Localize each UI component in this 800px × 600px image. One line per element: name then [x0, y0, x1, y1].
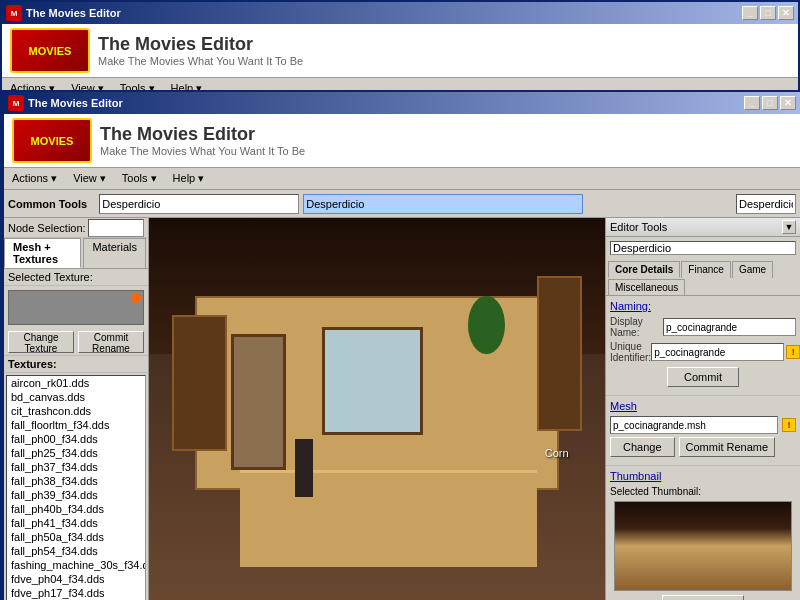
naming-section: Naming: Display Name: Unique Identifier:…	[606, 296, 800, 396]
main-area: Node Selection: Mesh + Textures Material…	[4, 218, 800, 600]
desperdicio-select-wrapper: Desperdicio	[736, 194, 796, 214]
list-item[interactable]: fall_ph38_f34.dds	[7, 474, 145, 488]
list-item[interactable]: fdve_ph04_f34.dds	[7, 572, 145, 586]
mesh-input-row: !	[610, 416, 796, 434]
list-item[interactable]: fall_ph00_f34.dds	[7, 432, 145, 446]
display-name-label: Display Name:	[610, 316, 663, 338]
node-selection-row: Node Selection:	[4, 218, 148, 238]
inner-app-icon: M	[8, 95, 24, 111]
editor-tools-title: Editor Tools	[610, 221, 667, 233]
mesh-section-label: Mesh	[610, 400, 796, 412]
tab-mesh-textures[interactable]: Mesh + Textures	[4, 238, 81, 268]
outer-app-subtitle: Make The Movies What You Want It To Be	[98, 55, 303, 67]
tab-materials[interactable]: Materials	[83, 238, 146, 268]
minimize-button[interactable]: _	[742, 6, 758, 20]
tabs-row: Mesh + Textures Materials	[4, 238, 148, 269]
inner-menu-actions[interactable]: Actions ▾	[4, 170, 65, 187]
unique-identifier-input[interactable]	[651, 343, 784, 361]
common-tools-label: Common Tools	[8, 198, 87, 210]
outer-app-title-area: The Movies Editor Make The Movies What Y…	[98, 34, 303, 67]
maximize-button[interactable]: □	[760, 6, 776, 20]
node-selection-dropdown[interactable]	[88, 219, 144, 237]
inner-menu-view[interactable]: View ▾	[65, 170, 114, 187]
logo-text: MOVIES	[29, 45, 72, 57]
inner-logo-area: MOVIES The Movies Editor Make The Movies…	[4, 114, 800, 168]
textures-list[interactable]: aircon_rk01.dds bd_canvas.dds cit_trashc…	[6, 375, 146, 600]
viewport-scene: Corn	[149, 218, 605, 600]
outer-titlebar-buttons: _ □ ✕	[742, 6, 794, 20]
outer-movies-logo: MOVIES	[10, 28, 90, 73]
mesh-change-button[interactable]: Change	[610, 437, 675, 457]
list-item[interactable]: fall_ph40b_f34.dds	[7, 502, 145, 516]
list-item[interactable]: fall_ph54_f34.dds	[7, 544, 145, 558]
list-item[interactable]: fall_ph41_f34.dds	[7, 516, 145, 530]
texture-preview-dot	[131, 293, 141, 303]
outer-logo-area: MOVIES The Movies Editor Make The Movies…	[2, 24, 798, 78]
right-panel: Editor Tools ▼ Core Details Finance Game…	[605, 218, 800, 600]
desperdicio-input-wrapper	[303, 194, 732, 214]
mesh-commit-rename-button[interactable]: Commit Rename	[679, 437, 776, 457]
texture-action-btns: Change Texture Commit Rename	[4, 329, 148, 356]
inner-toolbar-row: Common Tools Desperdicio Desperdicio	[4, 190, 800, 218]
naming-section-label: Naming:	[610, 300, 796, 312]
inner-menu-help[interactable]: Help ▾	[165, 170, 213, 187]
selected-texture-label: Selected Texture:	[4, 269, 148, 286]
inner-window: M The Movies Editor _ □ ✕ MOVIES The Mov…	[2, 90, 800, 600]
tab-core-details[interactable]: Core Details	[608, 261, 680, 278]
scene-door	[231, 334, 286, 470]
tab-finance[interactable]: Finance	[681, 261, 731, 278]
editor-tools-header: Editor Tools ▼	[606, 218, 800, 237]
list-item[interactable]: fall_ph25_f34.dds	[7, 446, 145, 460]
inner-menu-tools[interactable]: Tools ▾	[114, 170, 165, 187]
scene-plant	[468, 296, 504, 354]
tab-game[interactable]: Game	[732, 261, 773, 278]
editor-name-input[interactable]	[610, 241, 796, 255]
desperdicio-dropdown[interactable]: Desperdicio	[99, 194, 299, 214]
naming-commit-container: Commit	[610, 367, 796, 387]
inner-titlebar: M The Movies Editor _ □ ✕	[4, 92, 800, 114]
inner-minimize-button[interactable]: _	[744, 96, 760, 110]
outer-app-title: The Movies Editor	[98, 34, 303, 55]
scene-counter	[240, 470, 536, 567]
textures-label: Textures:	[4, 356, 148, 373]
outer-window: M The Movies Editor _ □ ✕ MOVIES The Mov…	[0, 0, 800, 600]
editor-tools-expand-button[interactable]: ▼	[782, 220, 796, 234]
mesh-warning-icon: !	[782, 418, 796, 432]
list-item[interactable]: cit_trashcon.dds	[7, 404, 145, 418]
list-item[interactable]: aircon_rk01.dds	[7, 376, 145, 390]
close-button[interactable]: ✕	[778, 6, 794, 20]
desperdicio-select2[interactable]: Desperdicio	[736, 194, 796, 214]
list-item[interactable]: fdve_ph17_f34.dds	[7, 586, 145, 600]
inner-menubar: Actions ▾ View ▾ Tools ▾ Help ▾	[4, 168, 800, 190]
inner-close-button[interactable]: ✕	[780, 96, 796, 110]
selected-thumbnail-label: Selected Thumbnail:	[610, 486, 796, 497]
change-texture-button[interactable]: Change Texture	[8, 331, 74, 353]
scene-figure	[295, 439, 313, 497]
list-item[interactable]: fall_ph37_f34.dds	[7, 460, 145, 474]
list-item[interactable]: fashing_machine_30s_f34.dds	[7, 558, 145, 572]
core-tabs: Core Details Finance Game Miscellaneous	[606, 259, 800, 296]
app-icon: M	[6, 5, 22, 21]
tab-miscellaneous[interactable]: Miscellaneous	[608, 279, 685, 295]
mesh-action-row: Change Commit Rename	[610, 437, 796, 457]
commit-rename-left-button[interactable]: Commit Rename	[78, 331, 144, 353]
inner-titlebar-left: M The Movies Editor	[8, 95, 123, 111]
list-item[interactable]: bd_canvas.dds	[7, 390, 145, 404]
inner-maximize-button[interactable]: □	[762, 96, 778, 110]
mesh-input[interactable]	[610, 416, 778, 434]
center-viewport[interactable]: Corn	[149, 218, 605, 600]
inner-app-subtitle: Make The Movies What You Want It To Be	[100, 145, 305, 157]
thumbnail-preview	[614, 501, 792, 591]
desperdicio-input[interactable]	[303, 194, 583, 214]
scene-cabinet-right	[537, 276, 583, 431]
display-name-input[interactable]	[663, 318, 796, 336]
list-item[interactable]: fall_ph39_f34.dds	[7, 488, 145, 502]
naming-commit-button[interactable]: Commit	[667, 367, 739, 387]
list-item[interactable]: fall_floorltm_f34.dds	[7, 418, 145, 432]
thumbnail-change-button[interactable]: Change...	[662, 595, 744, 600]
thumbnail-inner	[615, 502, 791, 590]
outer-window-title: The Movies Editor	[26, 7, 121, 19]
list-item[interactable]: fall_ph50a_f34.dds	[7, 530, 145, 544]
node-selection-dropdown-wrapper	[88, 219, 144, 237]
inner-window-title: The Movies Editor	[28, 97, 123, 109]
